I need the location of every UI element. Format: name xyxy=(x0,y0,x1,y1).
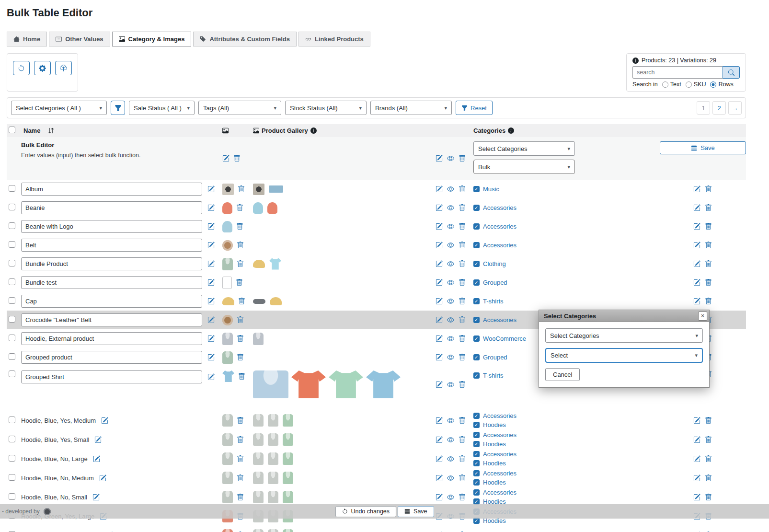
product-image-thumbnail[interactable] xyxy=(222,221,232,232)
product-image-thumbnail[interactable] xyxy=(222,491,233,503)
category-link[interactable]: Grouped xyxy=(483,354,507,361)
product-image-thumbnail[interactable] xyxy=(222,472,233,484)
edit-name-icon[interactable] xyxy=(207,260,215,267)
row-checkbox[interactable] xyxy=(9,241,15,248)
delete-categories-icon[interactable] xyxy=(705,298,712,305)
delete-image-icon[interactable] xyxy=(236,279,243,286)
category-link[interactable]: Grouped xyxy=(483,279,507,286)
edit-categories-icon[interactable] xyxy=(693,242,700,249)
edit-name-icon[interactable] xyxy=(92,494,100,501)
product-image-thumbnail[interactable] xyxy=(222,452,233,465)
product-image-thumbnail[interactable] xyxy=(222,315,233,325)
name-column-header[interactable]: Name xyxy=(23,127,40,134)
view-gallery-icon[interactable] xyxy=(447,436,454,443)
gallery-info-icon[interactable] xyxy=(310,127,317,134)
row-checkbox[interactable] xyxy=(9,222,15,229)
category-checkbox[interactable] xyxy=(473,422,480,428)
product-name-input[interactable] xyxy=(21,276,202,289)
edit-gallery-icon[interactable] xyxy=(436,185,443,193)
view-gallery-icon[interactable] xyxy=(447,298,454,305)
search-in-rows[interactable]: Rows xyxy=(710,81,733,88)
footer-save-button[interactable]: Save xyxy=(398,506,434,517)
category-checkbox[interactable] xyxy=(473,432,480,438)
edit-name-icon[interactable] xyxy=(207,279,215,286)
edit-categories-icon[interactable] xyxy=(693,455,700,463)
search-in-sku[interactable]: SKU xyxy=(686,81,706,88)
delete-gallery-icon[interactable] xyxy=(459,298,466,305)
bulk-save-button[interactable]: Save xyxy=(660,141,746,154)
product-image-thumbnail[interactable] xyxy=(269,258,281,270)
view-gallery-icon[interactable] xyxy=(447,204,454,211)
category-link[interactable]: Accessories xyxy=(483,204,516,211)
edit-name-icon[interactable] xyxy=(207,223,215,230)
delete-image-icon[interactable] xyxy=(236,223,243,230)
bulk-edit-images-icon[interactable] xyxy=(222,155,230,162)
product-name-input[interactable] xyxy=(21,295,202,308)
product-name-input[interactable] xyxy=(21,183,202,196)
product-image-thumbnail[interactable] xyxy=(253,370,288,398)
category-link[interactable]: Clothing xyxy=(483,260,506,267)
close-icon[interactable]: × xyxy=(698,312,707,321)
row-checkbox[interactable] xyxy=(9,185,15,192)
delete-categories-icon[interactable] xyxy=(705,494,712,501)
category-checkbox[interactable] xyxy=(473,489,480,496)
category-checkbox[interactable] xyxy=(473,470,480,476)
page-1-button[interactable]: 1 xyxy=(697,101,710,115)
stock-status-filter-select[interactable]: Stock Status (All) xyxy=(285,101,367,115)
row-checkbox[interactable] xyxy=(9,353,15,360)
category-link[interactable]: Accessories xyxy=(483,451,516,458)
page-2-button[interactable]: 2 xyxy=(712,101,726,115)
category-link[interactable]: Accessories xyxy=(483,470,516,477)
product-image-thumbnail[interactable] xyxy=(253,333,264,345)
edit-gallery-icon[interactable] xyxy=(436,335,443,342)
delete-image-icon[interactable] xyxy=(237,417,244,424)
delete-categories-icon[interactable] xyxy=(705,260,712,267)
delete-image-icon[interactable] xyxy=(237,436,244,443)
delete-image-icon[interactable] xyxy=(237,335,244,342)
edit-categories-icon[interactable] xyxy=(693,474,700,482)
delete-gallery-icon[interactable] xyxy=(459,474,466,482)
category-link[interactable]: Accessories xyxy=(483,412,516,419)
upload-button[interactable] xyxy=(55,61,72,75)
product-image-thumbnail[interactable] xyxy=(253,260,265,268)
category-link[interactable]: T-shirts xyxy=(483,298,504,305)
category-link[interactable]: Accessories xyxy=(483,242,516,249)
product-image-thumbnail[interactable] xyxy=(268,433,278,446)
bulk-function-select[interactable]: Bulk xyxy=(473,160,575,174)
tab-linked-products[interactable]: Linked Products xyxy=(298,32,370,46)
delete-gallery-icon[interactable] xyxy=(459,242,466,249)
view-gallery-icon[interactable] xyxy=(447,260,454,267)
product-image-thumbnail[interactable] xyxy=(222,240,233,251)
edit-categories-icon[interactable] xyxy=(693,279,700,286)
product-image-thumbnail[interactable] xyxy=(270,297,282,305)
product-name-input[interactable] xyxy=(21,313,202,326)
row-checkbox[interactable] xyxy=(9,416,15,423)
delete-categories-icon[interactable] xyxy=(705,436,712,443)
edit-name-icon[interactable] xyxy=(99,474,106,482)
edit-gallery-icon[interactable] xyxy=(436,381,443,388)
row-checkbox[interactable] xyxy=(9,335,15,341)
modal-action-select[interactable]: Select xyxy=(545,348,703,363)
view-gallery-icon[interactable] xyxy=(447,474,454,482)
category-link[interactable]: Accessories xyxy=(483,489,516,496)
view-gallery-icon[interactable] xyxy=(447,242,454,249)
delete-gallery-icon[interactable] xyxy=(459,494,466,501)
product-image-thumbnail[interactable] xyxy=(268,491,278,503)
edit-gallery-icon[interactable] xyxy=(436,455,443,463)
delete-gallery-icon[interactable] xyxy=(459,223,466,230)
tab-attributes-custom-fields[interactable]: Attributes & Custom Fields xyxy=(193,32,297,46)
edit-categories-icon[interactable] xyxy=(693,436,700,443)
edit-categories-icon[interactable] xyxy=(693,204,700,211)
delete-categories-icon[interactable] xyxy=(705,474,712,482)
modal-category-select[interactable]: Select Categories xyxy=(545,328,703,343)
sort-icon[interactable] xyxy=(48,127,54,134)
product-image-thumbnail[interactable] xyxy=(268,472,278,484)
product-image-thumbnail[interactable] xyxy=(329,370,363,398)
edit-name-icon[interactable] xyxy=(207,242,215,249)
view-gallery-icon[interactable] xyxy=(447,354,454,361)
view-gallery-icon[interactable] xyxy=(447,381,454,388)
undo-button[interactable] xyxy=(13,61,30,75)
delete-gallery-icon[interactable] xyxy=(459,436,466,443)
edit-gallery-icon[interactable] xyxy=(436,354,443,361)
search-button[interactable] xyxy=(723,66,740,79)
